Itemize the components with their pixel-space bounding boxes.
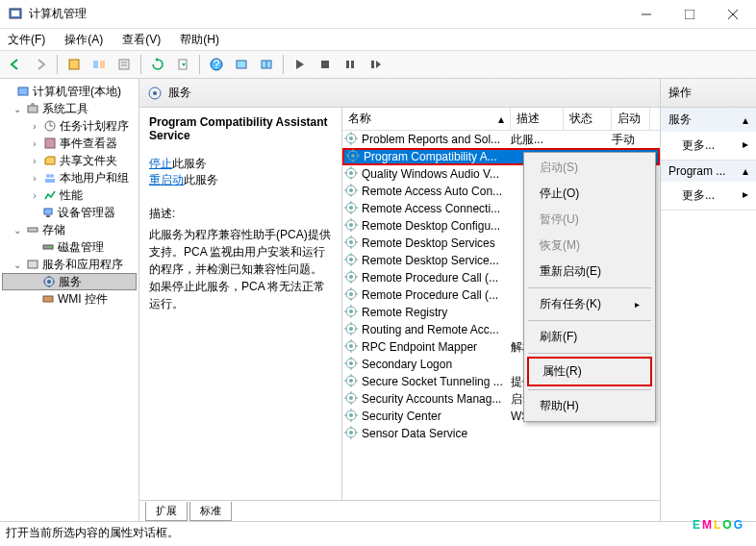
column-description[interactable]: 描述 bbox=[511, 108, 564, 130]
svg-point-72 bbox=[349, 206, 353, 210]
svg-rect-7 bbox=[93, 61, 98, 68]
restart-link[interactable]: 重启动 bbox=[149, 173, 184, 186]
svg-point-114 bbox=[349, 327, 353, 331]
svg-point-150 bbox=[349, 431, 353, 434]
description-panel: Program Compatibility Assistant Service … bbox=[139, 108, 341, 500]
svg-point-144 bbox=[349, 413, 353, 417]
tab-standard[interactable]: 标准 bbox=[189, 502, 232, 521]
svg-point-60 bbox=[349, 171, 353, 175]
svg-point-108 bbox=[349, 310, 353, 313]
tree-local-users[interactable]: ›本地用户和组 bbox=[2, 169, 137, 186]
gear-icon bbox=[344, 391, 360, 407]
menu-all-tasks[interactable]: 所有任务(K)▸ bbox=[526, 291, 653, 317]
gear-icon bbox=[344, 218, 360, 234]
gear-icon bbox=[147, 86, 163, 101]
svg-rect-31 bbox=[45, 179, 55, 183]
menu-refresh[interactable]: 刷新(F) bbox=[526, 324, 653, 350]
tree-storage[interactable]: ⌄存储 bbox=[2, 221, 137, 238]
svg-rect-1 bbox=[12, 11, 19, 16]
menu-action[interactable]: 操作(A) bbox=[61, 30, 107, 50]
svg-rect-19 bbox=[346, 61, 349, 68]
svg-rect-9 bbox=[119, 60, 129, 69]
menu-properties[interactable]: 属性(R) bbox=[527, 357, 652, 386]
stop-link[interactable]: 停止 bbox=[149, 157, 172, 170]
view2-button[interactable] bbox=[255, 53, 278, 76]
maximize-button[interactable] bbox=[668, 1, 711, 28]
gear-icon bbox=[346, 149, 362, 164]
tree-services[interactable]: 服务 bbox=[2, 273, 137, 290]
column-startup[interactable]: 启动 bbox=[612, 108, 650, 130]
tree-event-viewer[interactable]: ›事件查看器 bbox=[2, 135, 137, 152]
svg-point-66 bbox=[349, 188, 353, 192]
action-more-1[interactable]: 更多...▸ bbox=[661, 132, 756, 160]
gear-icon bbox=[344, 166, 360, 182]
toolbar: ? bbox=[0, 50, 756, 79]
export-button[interactable] bbox=[171, 53, 194, 76]
column-name[interactable]: 名称▴ bbox=[342, 108, 511, 130]
minimize-button[interactable] bbox=[624, 1, 668, 28]
menu-help[interactable]: 帮助(H) bbox=[176, 30, 223, 50]
svg-point-48 bbox=[349, 136, 353, 140]
statusbar: 打开当前所选内容的属性对话框。 bbox=[0, 521, 756, 542]
svg-point-126 bbox=[349, 361, 353, 365]
tree-performance[interactable]: ›性能 bbox=[2, 186, 137, 204]
tree-services-apps[interactable]: ⌄服务和应用程序 bbox=[2, 256, 137, 273]
action-group-services[interactable]: 服务▴ bbox=[661, 108, 756, 132]
tab-extended[interactable]: 扩展 bbox=[145, 502, 188, 521]
menu-help[interactable]: 帮助(H) bbox=[526, 393, 653, 419]
column-status[interactable]: 状态 bbox=[564, 108, 612, 130]
menu-view[interactable]: 查看(V) bbox=[118, 30, 164, 50]
gear-icon bbox=[344, 236, 360, 251]
svg-rect-28 bbox=[45, 138, 55, 148]
service-row[interactable]: Problem Reports and Sol...此服...手动 bbox=[342, 131, 660, 148]
action-group-program[interactable]: Program ...▴ bbox=[661, 161, 756, 182]
svg-point-96 bbox=[349, 275, 353, 279]
service-row[interactable]: Sensor Data Service bbox=[342, 425, 660, 442]
tree-wmi[interactable]: WMI 控件 bbox=[2, 290, 137, 308]
tree-system-tools[interactable]: ⌄系统工具 bbox=[2, 100, 137, 117]
up-button[interactable] bbox=[63, 53, 86, 76]
action-more-2[interactable]: 更多...▸ bbox=[661, 182, 756, 210]
show-hide-button[interactable] bbox=[88, 53, 111, 76]
gear-icon bbox=[344, 374, 360, 389]
properties-button[interactable] bbox=[113, 53, 136, 76]
pause-button[interactable] bbox=[339, 53, 362, 76]
context-menu: 启动(S) 停止(O) 暂停(U) 恢复(M) 重新启动(E) 所有任务(K)▸… bbox=[523, 152, 656, 422]
gear-icon bbox=[344, 339, 360, 355]
tree-panel: 计算机管理(本地) ⌄系统工具 ›任务计划程序 ›事件查看器 ›共享文件夹 ›本… bbox=[0, 79, 139, 521]
window-title: 计算机管理 bbox=[29, 6, 624, 22]
svg-rect-8 bbox=[100, 61, 105, 68]
svg-point-30 bbox=[50, 174, 54, 178]
svg-rect-37 bbox=[28, 261, 38, 268]
menu-stop[interactable]: 停止(O) bbox=[526, 181, 653, 207]
menu-restart[interactable]: 重新启动(E) bbox=[526, 259, 653, 285]
content-header: 服务 bbox=[139, 79, 660, 108]
stop-button[interactable] bbox=[314, 53, 337, 76]
gear-icon bbox=[344, 305, 360, 320]
svg-rect-15 bbox=[237, 61, 246, 68]
menu-file[interactable]: 文件(F) bbox=[4, 30, 49, 50]
svg-point-84 bbox=[349, 240, 353, 244]
back-button[interactable] bbox=[4, 53, 27, 76]
tree-task-scheduler[interactable]: ›任务计划程序 bbox=[2, 117, 137, 135]
restart-button[interactable] bbox=[364, 53, 387, 76]
gear-icon bbox=[344, 426, 360, 441]
tree-shared-folders[interactable]: ›共享文件夹 bbox=[2, 152, 137, 169]
tree-disk-management[interactable]: 磁盘管理 bbox=[2, 238, 137, 256]
gear-icon bbox=[344, 357, 360, 372]
view-button[interactable] bbox=[230, 53, 253, 76]
svg-rect-6 bbox=[69, 60, 79, 69]
refresh-button[interactable] bbox=[146, 53, 169, 76]
gear-icon bbox=[344, 201, 360, 216]
actions-header: 操作 bbox=[661, 79, 756, 108]
svg-text:?: ? bbox=[214, 58, 220, 71]
close-button[interactable] bbox=[711, 1, 754, 28]
start-button[interactable] bbox=[289, 53, 312, 76]
svg-point-138 bbox=[349, 396, 353, 400]
svg-point-120 bbox=[349, 344, 353, 348]
svg-point-78 bbox=[349, 223, 353, 227]
forward-button bbox=[29, 53, 52, 76]
help-button[interactable]: ? bbox=[205, 53, 228, 76]
tree-device-manager[interactable]: 设备管理器 bbox=[2, 204, 137, 221]
tree-root[interactable]: 计算机管理(本地) bbox=[2, 83, 137, 100]
